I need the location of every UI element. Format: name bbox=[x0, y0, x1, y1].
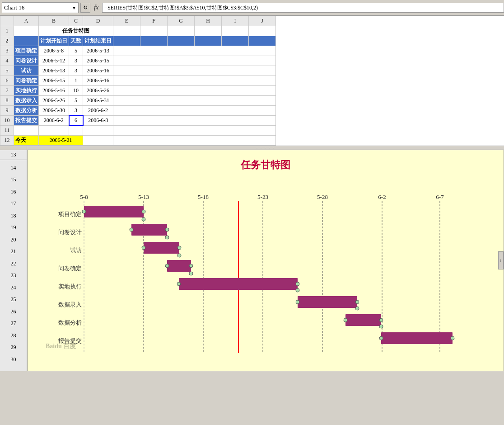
dot-2-start bbox=[142, 246, 145, 250]
cell-5b[interactable]: 2006-5-13 bbox=[39, 66, 69, 76]
cell-10b[interactable]: 2006-6-2 bbox=[39, 116, 69, 126]
row-12: 12 今天 2006-5-21 bbox=[0, 136, 276, 146]
cell-9d[interactable]: 2006-6-2 bbox=[83, 106, 113, 116]
cell-3e bbox=[113, 46, 276, 56]
row-num-19: 19 bbox=[0, 224, 27, 231]
header-c[interactable]: 天数 bbox=[69, 36, 83, 46]
dot-2-end bbox=[177, 246, 181, 250]
cell-8b[interactable]: 2006-5-26 bbox=[39, 96, 69, 106]
col-header-row: A B C D E F G H I J bbox=[0, 16, 276, 26]
task-label-2: 试访 bbox=[70, 247, 82, 254]
cell-1b-title[interactable]: 任务甘特图 bbox=[39, 26, 113, 36]
cell-4a[interactable]: 问卷设计 bbox=[14, 56, 39, 66]
dot-0-end bbox=[142, 210, 145, 213]
cell-4b[interactable]: 2006-5-12 bbox=[39, 56, 69, 66]
cell-4c[interactable]: 3 bbox=[69, 56, 83, 66]
cell-4d[interactable]: 2006-5-15 bbox=[83, 56, 113, 66]
gantt-bar-0 bbox=[84, 206, 144, 217]
row-4: 4 问卷设计 2006-5-12 3 2006-5-15 bbox=[0, 56, 276, 66]
chart-dropdown-arrow[interactable]: ▼ bbox=[72, 5, 76, 10]
formula-bar[interactable]: =SERIES(甘特图!$C$2,甘特图!$A$3:$A$10,甘特图!$C$3… bbox=[102, 3, 504, 13]
col-header-c[interactable]: C bbox=[69, 16, 83, 26]
cell-10d[interactable]: 2006-6-8 bbox=[83, 116, 113, 126]
cell-8d[interactable]: 2006-5-31 bbox=[83, 96, 113, 106]
row-num-11: 11 bbox=[0, 126, 14, 136]
cell-6a[interactable]: 问卷确定 bbox=[14, 76, 39, 86]
dot-6-lower bbox=[379, 325, 383, 328]
row-num-7: 7 bbox=[0, 86, 14, 96]
col-header-d[interactable]: D bbox=[83, 16, 113, 26]
header-b[interactable]: 计划开始日 bbox=[39, 36, 69, 46]
chart-resize-handle[interactable]: · · · · · bbox=[27, 146, 504, 150]
cell-9a[interactable]: 数据分析 bbox=[14, 106, 39, 116]
refresh-icon: ↻ bbox=[83, 5, 88, 11]
cell-10c[interactable]: 6 bbox=[69, 116, 83, 126]
row-numbers-sidebar: 13 14 15 16 17 18 19 20 21 22 23 24 25 2… bbox=[0, 146, 27, 371]
row-num-2: 2 bbox=[0, 36, 14, 46]
cell-7a[interactable]: 实地执行 bbox=[14, 86, 39, 96]
cell-3c[interactable]: 5 bbox=[69, 46, 83, 56]
cell-7d[interactable]: 2006-5-26 bbox=[83, 86, 113, 96]
header-a[interactable] bbox=[14, 36, 39, 46]
header-e bbox=[113, 36, 140, 46]
gantt-bar-2 bbox=[144, 242, 179, 254]
cell-12a-today-label[interactable]: 今天 bbox=[14, 136, 39, 146]
cell-3d[interactable]: 2006-5-13 bbox=[83, 46, 113, 56]
cell-8c[interactable]: 5 bbox=[69, 96, 83, 106]
gantt-bar-3 bbox=[167, 260, 191, 272]
dot-3-lower bbox=[189, 272, 193, 275]
row-num-9: 9 bbox=[0, 106, 14, 116]
watermark: Baidu 百度 bbox=[46, 342, 76, 349]
cell-12b-today-value[interactable]: 2006-5-21 bbox=[39, 136, 83, 146]
chart-right-resize[interactable]: ··· bbox=[498, 251, 504, 269]
cell-10a[interactable]: 报告提交 bbox=[14, 116, 39, 126]
header-j bbox=[249, 36, 276, 46]
cell-1i bbox=[222, 26, 249, 36]
dot-3-end bbox=[189, 264, 193, 268]
row-num-16: 16 bbox=[0, 189, 27, 195]
dot-2-lower bbox=[177, 254, 181, 257]
row-5: 5 试访 2006-5-13 3 2006-5-16 bbox=[0, 66, 276, 76]
col-header-a[interactable]: A bbox=[14, 16, 39, 26]
cell-7b[interactable]: 2006-5-16 bbox=[39, 86, 69, 96]
header-g bbox=[168, 36, 195, 46]
row-num-30: 30 bbox=[0, 356, 27, 363]
col-header-j[interactable]: J bbox=[249, 16, 276, 26]
chart-title: 任务甘特图 bbox=[28, 158, 504, 172]
cell-8a[interactable]: 数据录入 bbox=[14, 96, 39, 106]
gantt-svg: 5-8 5-13 5-18 5-23 5-28 6-2 6-7 项目确定 bbox=[37, 176, 461, 353]
cell-6d[interactable]: 2006-5-16 bbox=[83, 76, 113, 86]
dot-4-lower bbox=[296, 288, 299, 292]
col-header-i[interactable]: I bbox=[222, 16, 249, 26]
cell-6b[interactable]: 2006-5-15 bbox=[39, 76, 69, 86]
col-header-h[interactable]: H bbox=[195, 16, 222, 26]
chart-name-text: Chart 16 bbox=[4, 4, 70, 11]
col-header-b[interactable]: B bbox=[39, 16, 69, 26]
row-num-10: 10 bbox=[0, 116, 14, 126]
cell-5c[interactable]: 3 bbox=[69, 66, 83, 76]
cell-9c[interactable]: 3 bbox=[69, 106, 83, 116]
cell-9b[interactable]: 2006-5-30 bbox=[39, 106, 69, 116]
cell-1f bbox=[140, 26, 168, 36]
cell-5d[interactable]: 2006-5-16 bbox=[83, 66, 113, 76]
cell-7c[interactable]: 10 bbox=[69, 86, 83, 96]
dot-6-start bbox=[344, 318, 347, 322]
col-header-g[interactable]: G bbox=[168, 16, 195, 26]
col-header-f[interactable]: F bbox=[140, 16, 168, 26]
gantt-bar-6 bbox=[345, 314, 381, 326]
chart-selector[interactable]: Chart 16 ▼ bbox=[2, 2, 79, 13]
col-header-e[interactable]: E bbox=[113, 16, 140, 26]
cell-3a[interactable]: 项目确定 bbox=[14, 46, 39, 56]
cell-3b[interactable]: 2006-5-8 bbox=[39, 46, 69, 56]
row-num-27: 27 bbox=[0, 320, 27, 327]
cell-11a bbox=[14, 126, 39, 136]
spreadsheet: A B C D E F G H I J 1 任务甘特图 bbox=[0, 16, 504, 146]
cell-1a[interactable] bbox=[14, 26, 39, 36]
cell-5a[interactable]: 试访 bbox=[14, 66, 39, 76]
refresh-button[interactable]: ↻ bbox=[80, 3, 90, 13]
right-handle-dots: ··· bbox=[499, 259, 503, 262]
header-d[interactable]: 计划结束日 bbox=[83, 36, 113, 46]
cell-6c[interactable]: 1 bbox=[69, 76, 83, 86]
dot-1-lower bbox=[165, 236, 169, 239]
cell-11e bbox=[113, 126, 276, 136]
